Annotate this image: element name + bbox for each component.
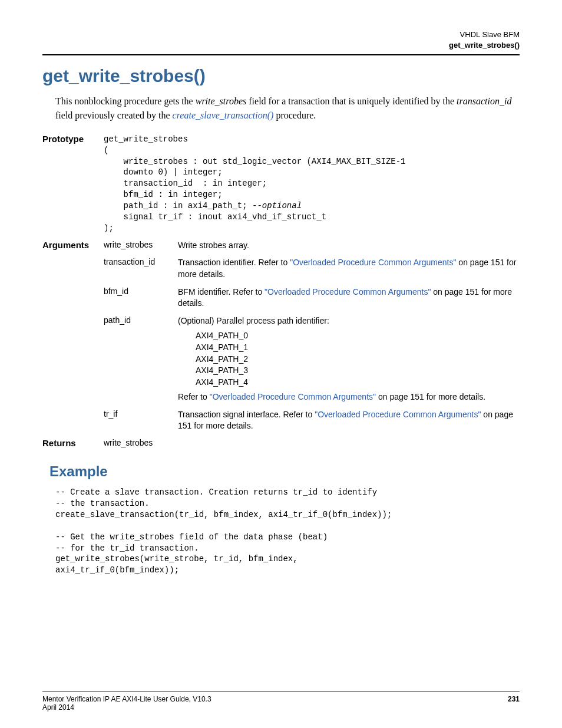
intro-em-transaction-id: transaction_id	[457, 96, 511, 106]
code-line: create_slave_transaction(tr_id, bfm_inde…	[55, 510, 392, 519]
code-line: write_strobes : out std_logic_vector (AX…	[104, 157, 405, 166]
arg-desc: BFM identifier. Refer to "Overloaded Pro…	[178, 286, 520, 309]
overloaded-procedure-link[interactable]: Overloaded Procedure Common Arguments	[267, 287, 428, 297]
code-line: (	[104, 146, 108, 155]
code-line: -- Create a slave transaction. Creation …	[55, 487, 377, 497]
header-chapter: VHDL Slave BFM	[42, 29, 520, 40]
path-value: AXI4_PATH_1	[196, 342, 520, 354]
page-footer: Mentor Verification IP AE AXI4-Lite User…	[42, 691, 520, 711]
page-content: VHDL Slave BFM get_write_strobes() get_w…	[0, 0, 562, 728]
code-line: downto 0) | integer;	[104, 167, 223, 177]
arg-text: (Optional) Parallel process path identif…	[178, 315, 520, 327]
page-title: get_write_strobes()	[42, 66, 520, 86]
header-section: get_write_strobes()	[42, 40, 520, 51]
arg-text: Transaction signal interface. Refer to	[178, 410, 315, 419]
code-comment: --optional	[252, 201, 302, 210]
intro-paragraph: This nonblocking procedure gets the writ…	[55, 94, 520, 121]
prototype-row: Prototype get_write_strobes ( write_stro…	[42, 134, 520, 234]
footer-date: April 2014	[42, 703, 211, 711]
intro-text: field for a transaction that is uniquely…	[246, 96, 457, 106]
prototype-label: Prototype	[42, 134, 104, 144]
arg-name: path_id	[104, 315, 178, 325]
arg-desc: Transaction identifier. Refer to "Overlo…	[178, 257, 520, 280]
arguments-label: Arguments	[42, 240, 104, 250]
arg-name: tr_if	[104, 409, 178, 419]
arg-text: BFM identifier. Refer to	[178, 287, 265, 297]
path-value: AXI4_PATH_3	[196, 365, 520, 377]
path-value: AXI4_PATH_2	[196, 354, 520, 365]
intro-text: procedure.	[273, 110, 316, 120]
arg-desc: Transaction signal interface. Refer to "…	[178, 409, 520, 432]
code-line: transaction_id : in integer;	[104, 179, 267, 188]
definition-table: Prototype get_write_strobes ( write_stro…	[42, 134, 520, 454]
prototype-code: get_write_strobes ( write_strobes : out …	[104, 134, 520, 234]
arguments-row-bfm-id: bfm_id BFM identifier. Refer to "Overloa…	[42, 286, 520, 309]
path-value: AXI4_PATH_0	[196, 330, 520, 342]
header-rule	[42, 54, 520, 55]
footer-left: Mentor Verification IP AE AXI4-Lite User…	[42, 695, 211, 711]
intro-text: field previously created by the	[55, 110, 173, 120]
code-line: -- for the tr_id transaction.	[55, 543, 199, 553]
arg-name: write_strobes	[104, 240, 178, 249]
overloaded-procedure-link[interactable]: Overloaded Procedure Common Arguments	[213, 392, 373, 401]
intro-em-write-strobes: write_strobes	[196, 96, 247, 106]
returns-row: Returns write_strobes	[42, 438, 520, 448]
arg-desc: (Optional) Parallel process path identif…	[178, 315, 520, 403]
returns-label: Returns	[42, 438, 104, 448]
example-heading: Example	[49, 463, 520, 480]
arg-desc: Write strobes array.	[178, 240, 520, 252]
path-list: AXI4_PATH_0 AXI4_PATH_1 AXI4_PATH_2 AXI4…	[196, 330, 520, 388]
arg-name: bfm_id	[104, 286, 178, 296]
arguments-row-tr-if: tr_if Transaction signal interface. Refe…	[42, 409, 520, 432]
running-header: VHDL Slave BFM get_write_strobes()	[42, 29, 520, 51]
code-line: axi4_tr_if_0(bfm_index));	[55, 565, 179, 575]
overloaded-procedure-link[interactable]: Overloaded Procedure Common Arguments	[318, 410, 478, 419]
code-line: bfm_id : in integer;	[104, 190, 223, 199]
arg-text: on page 151 for more details.	[376, 392, 485, 401]
code-line: get_write_strobes(write_strobe, tr_id, b…	[55, 554, 298, 564]
code-line: path_id : in axi4_path_t;	[104, 201, 252, 210]
arguments-row-transaction-id: transaction_id Transaction identifier. R…	[42, 257, 520, 280]
code-line: signal tr_if : inout axi4_vhd_if_struct_…	[104, 212, 326, 222]
footer-doc-title: Mentor Verification IP AE AXI4-Lite User…	[42, 695, 211, 703]
returns-value: write_strobes	[104, 438, 178, 447]
code-line: -- Get the write_strobes field of the da…	[55, 532, 328, 542]
path-value: AXI4_PATH_4	[196, 377, 520, 388]
intro-text: This nonblocking procedure gets the	[55, 96, 196, 106]
arg-text: Transaction identifier. Refer to	[178, 258, 290, 267]
arguments-row-write-strobes: Arguments write_strobes Write strobes ar…	[42, 240, 520, 252]
overloaded-procedure-link[interactable]: Overloaded Procedure Common Arguments	[293, 258, 453, 267]
example-code-block: -- Create a slave transaction. Creation …	[55, 487, 520, 576]
code-line: -- the transaction.	[55, 499, 150, 508]
arguments-row-path-id: path_id (Optional) Parallel process path…	[42, 315, 520, 403]
arg-name: transaction_id	[104, 257, 178, 266]
code-line: get_write_strobes	[104, 134, 188, 144]
arg-text-refer: Refer to "Overloaded Procedure Common Ar…	[178, 391, 520, 403]
arg-text: Refer to	[178, 392, 210, 401]
code-line: );	[104, 223, 114, 233]
create-slave-transaction-link[interactable]: create_slave_transaction()	[173, 110, 274, 120]
page-number: 231	[508, 695, 520, 711]
